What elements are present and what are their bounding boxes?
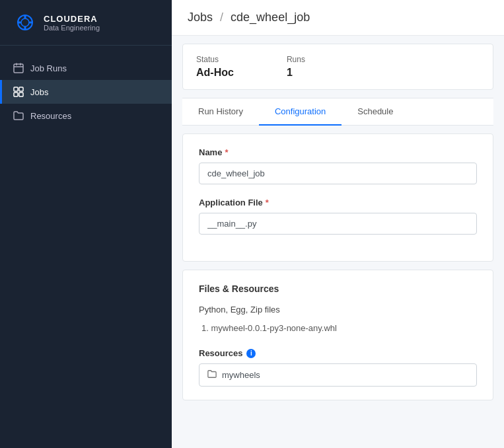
file-item: 1. mywheel-0.0.1-py3-none-any.whl: [201, 321, 477, 335]
status-value: Ad-Hoc: [196, 67, 234, 79]
logo-subtitle: Data Engineering: [44, 24, 100, 32]
files-resources-section: Files & Resources Python, Egg, Zip files…: [182, 270, 493, 400]
svg-rect-13: [14, 93, 18, 96]
file-list: 1. mywheel-0.0.1-py3-none-any.whl: [199, 321, 477, 335]
resources-label-row: Resources i: [199, 348, 477, 358]
content-area: Status Ad-Hoc Runs 1 Run History Configu…: [172, 36, 504, 448]
app-file-input[interactable]: [199, 213, 477, 235]
calendar-icon: [13, 63, 24, 73]
resource-name: mywheels: [222, 370, 260, 380]
svg-rect-0: [13, 11, 37, 34]
sidebar: CLOUDERA Data Engineering Job Runs: [0, 0, 172, 448]
tab-run-history[interactable]: Run History: [182, 98, 259, 126]
breadcrumb-parent[interactable]: Jobs: [188, 11, 213, 24]
svg-rect-5: [18, 22, 21, 24]
resource-folder-icon: [207, 369, 217, 381]
status-item-runs: Runs 1: [287, 55, 305, 79]
name-input[interactable]: [199, 163, 477, 184]
logo-area: CLOUDERA Data Engineering: [0, 0, 172, 46]
folder-nav-icon: [13, 110, 24, 121]
svg-rect-11: [14, 87, 18, 91]
sidebar-item-resources[interactable]: Resources: [0, 104, 172, 128]
svg-rect-3: [24, 15, 26, 19]
tab-configuration[interactable]: Configuration: [259, 98, 342, 126]
sidebar-item-label-resources: Resources: [30, 111, 71, 121]
status-label: Status: [196, 55, 234, 64]
name-field-group: Name *: [199, 147, 477, 184]
status-item-status: Status Ad-Hoc: [196, 55, 234, 79]
page-header: Jobs / cde_wheel_job: [172, 0, 504, 36]
grid-icon: [13, 87, 24, 97]
name-required-star: *: [225, 147, 228, 157]
svg-rect-6: [29, 22, 32, 24]
tabs-container: Run History Configuration Schedule: [182, 98, 493, 126]
sidebar-nav: Job Runs Jobs Resources: [0, 46, 172, 138]
python-files-label: Python, Egg, Zip files: [199, 305, 477, 315]
name-label: Name *: [199, 147, 477, 157]
breadcrumb-current: cde_wheel_job: [231, 11, 310, 24]
status-card: Status Ad-Hoc Runs 1: [182, 44, 493, 90]
resource-tag: mywheels: [199, 363, 477, 387]
resources-info-icon[interactable]: i: [246, 349, 256, 358]
app-file-label: Application File *: [199, 198, 477, 207]
runs-label: Runs: [287, 55, 305, 64]
logo-name: CLOUDERA: [44, 14, 100, 24]
logo-text: CLOUDERA Data Engineering: [44, 14, 100, 32]
sidebar-item-label-jobs: Jobs: [30, 87, 48, 97]
tab-schedule[interactable]: Schedule: [342, 98, 409, 126]
runs-value: 1: [287, 67, 305, 79]
sidebar-item-job-runs[interactable]: Job Runs: [0, 56, 172, 80]
app-file-required-star: *: [266, 198, 269, 207]
svg-rect-7: [14, 64, 23, 73]
cloudera-logo-icon: [13, 11, 37, 34]
config-section: Name * Application File *: [182, 133, 493, 262]
files-resources-title: Files & Resources: [199, 283, 477, 294]
svg-rect-12: [19, 87, 23, 91]
sidebar-item-jobs[interactable]: Jobs: [0, 80, 172, 104]
svg-rect-4: [24, 26, 26, 30]
svg-rect-14: [19, 93, 23, 96]
sidebar-item-label-job-runs: Job Runs: [30, 63, 67, 73]
breadcrumb-separator: /: [220, 11, 223, 24]
main-content: Jobs / cde_wheel_job Status Ad-Hoc Runs …: [172, 0, 504, 448]
breadcrumb: Jobs / cde_wheel_job: [188, 11, 310, 24]
app-file-field-group: Application File *: [199, 198, 477, 235]
status-row: Status Ad-Hoc Runs 1: [196, 55, 480, 79]
